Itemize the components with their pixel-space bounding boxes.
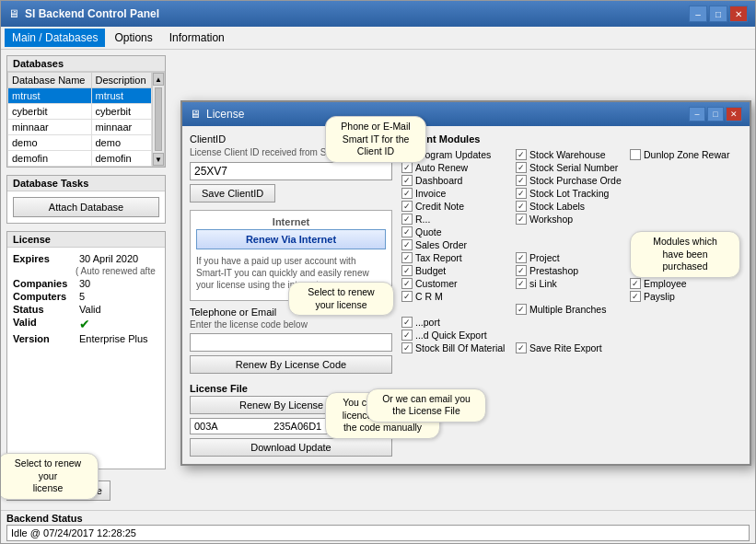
module-checkbox[interactable] [401, 330, 413, 341]
module-item[interactable]: Quote [400, 226, 514, 238]
module-item[interactable]: Stock Bill Of Material [400, 341, 514, 354]
module-item[interactable]: Project [514, 251, 628, 264]
module-item[interactable]: Multiple Branches [514, 303, 628, 316]
renew-upgrade-button[interactable]: Renew Or Upgrade [6, 480, 110, 501]
module-item[interactable]: si Link [514, 277, 628, 290]
license-code-input[interactable] [190, 333, 392, 352]
serial-input[interactable] [190, 418, 392, 434]
module-item[interactable] [628, 329, 742, 341]
table-row[interactable]: minnaarminnaar [8, 120, 152, 135]
module-checkbox[interactable] [401, 201, 413, 212]
scroll-down[interactable]: ▼ [153, 153, 164, 166]
module-item[interactable] [514, 329, 628, 341]
module-item[interactable]: Employee [628, 277, 742, 290]
module-item[interactable]: Program Updates [400, 148, 514, 161]
module-checkbox[interactable] [401, 149, 413, 160]
module-item[interactable] [628, 316, 742, 329]
module-checkbox[interactable] [516, 201, 527, 212]
renew-file-button[interactable]: Renew By License File [190, 396, 392, 414]
attach-database-button[interactable]: Attach Database [13, 197, 159, 217]
table-row[interactable]: demofindemofin [8, 151, 152, 167]
module-checkbox[interactable] [516, 304, 527, 315]
maximize-button[interactable]: □ [709, 6, 727, 22]
module-checkbox[interactable] [516, 214, 527, 225]
module-checkbox[interactable] [516, 162, 527, 173]
module-item[interactable]: Credit Note [400, 200, 514, 213]
module-item[interactable]: Customer [400, 277, 514, 290]
module-item[interactable] [628, 174, 742, 187]
module-item[interactable] [400, 303, 514, 316]
module-checkbox[interactable] [516, 342, 527, 353]
module-checkbox[interactable] [401, 175, 413, 186]
module-item[interactable]: Tax Report [400, 251, 514, 264]
module-item[interactable] [514, 316, 628, 329]
module-checkbox[interactable] [401, 265, 413, 276]
module-item[interactable]: Dashboard [400, 174, 514, 187]
renew-internet-button[interactable]: Renew Via Internet [196, 229, 386, 249]
menu-information[interactable]: Information [162, 29, 232, 47]
module-item[interactable]: Sales Order [400, 238, 514, 251]
module-item[interactable] [628, 161, 742, 174]
module-checkbox[interactable] [401, 188, 413, 199]
module-checkbox[interactable] [516, 188, 527, 199]
module-item[interactable]: C R M [400, 290, 514, 303]
modal-maximize[interactable]: □ [707, 107, 724, 122]
module-item[interactable] [514, 290, 628, 303]
module-item[interactable]: ...port [400, 316, 514, 329]
module-item[interactable] [628, 238, 742, 251]
module-checkbox[interactable] [516, 175, 527, 186]
module-checkbox[interactable] [401, 214, 413, 225]
module-checkbox[interactable] [630, 278, 641, 289]
table-row[interactable]: mtrustmtrust [8, 88, 152, 104]
save-client-id-button[interactable]: Save ClientID [190, 184, 275, 203]
module-item[interactable]: Payslip [628, 290, 742, 303]
module-item[interactable]: Budget [400, 264, 514, 277]
module-item[interactable]: Auto Renew [400, 161, 514, 174]
module-checkbox[interactable] [401, 291, 413, 302]
module-item[interactable]: Stock Purchase Orde [514, 174, 628, 187]
table-row[interactable]: demodemo [8, 135, 152, 151]
renew-code-button[interactable]: Renew By License Code [190, 355, 392, 374]
module-item[interactable] [628, 341, 742, 354]
module-item[interactable]: Stock Serial Number [514, 161, 628, 174]
module-item[interactable]: Save Rite Export [514, 341, 628, 354]
client-id-input[interactable] [190, 162, 392, 180]
module-item[interactable]: Dunlop Zone Rewar [628, 148, 742, 161]
module-checkbox[interactable] [401, 252, 413, 263]
module-item[interactable] [514, 238, 628, 251]
module-item[interactable]: Workshop [514, 213, 628, 226]
module-item[interactable]: Stock Warehouse [514, 148, 628, 161]
module-item[interactable] [514, 226, 628, 238]
module-checkbox[interactable] [401, 239, 413, 250]
module-item[interactable]: Prestashop [514, 264, 628, 277]
module-item[interactable] [628, 251, 742, 264]
module-checkbox[interactable] [630, 291, 641, 302]
module-checkbox[interactable] [401, 162, 413, 173]
module-checkbox[interactable] [516, 278, 527, 289]
module-checkbox[interactable] [516, 265, 527, 276]
module-item[interactable] [628, 303, 742, 316]
minimize-button[interactable]: – [689, 6, 707, 22]
menu-main-databases[interactable]: Main / Databases [5, 29, 105, 47]
close-button[interactable]: ✕ [729, 6, 748, 22]
module-item[interactable] [628, 226, 742, 238]
module-item[interactable] [628, 213, 742, 226]
module-item[interactable]: Stock Lot Tracking [514, 187, 628, 200]
table-row[interactable]: cyberbitcyberbit [8, 104, 152, 120]
module-checkbox[interactable] [401, 226, 413, 237]
download-update-button[interactable]: Download Update [190, 438, 392, 457]
module-item[interactable] [628, 200, 742, 213]
module-checkbox[interactable] [516, 149, 527, 160]
module-checkbox[interactable] [401, 278, 413, 289]
menu-options[interactable]: Options [107, 29, 159, 47]
module-item[interactable] [628, 187, 742, 200]
module-item[interactable]: R... [400, 213, 514, 226]
modal-minimize[interactable]: – [689, 107, 705, 122]
module-item[interactable] [628, 264, 742, 277]
scroll-thumb[interactable] [155, 87, 162, 151]
module-checkbox[interactable] [516, 252, 527, 263]
modal-close[interactable]: ✕ [726, 107, 742, 122]
module-checkbox[interactable] [630, 149, 641, 160]
module-checkbox[interactable] [401, 317, 413, 328]
db-scrollbar[interactable]: ▲ ▼ [152, 72, 165, 167]
